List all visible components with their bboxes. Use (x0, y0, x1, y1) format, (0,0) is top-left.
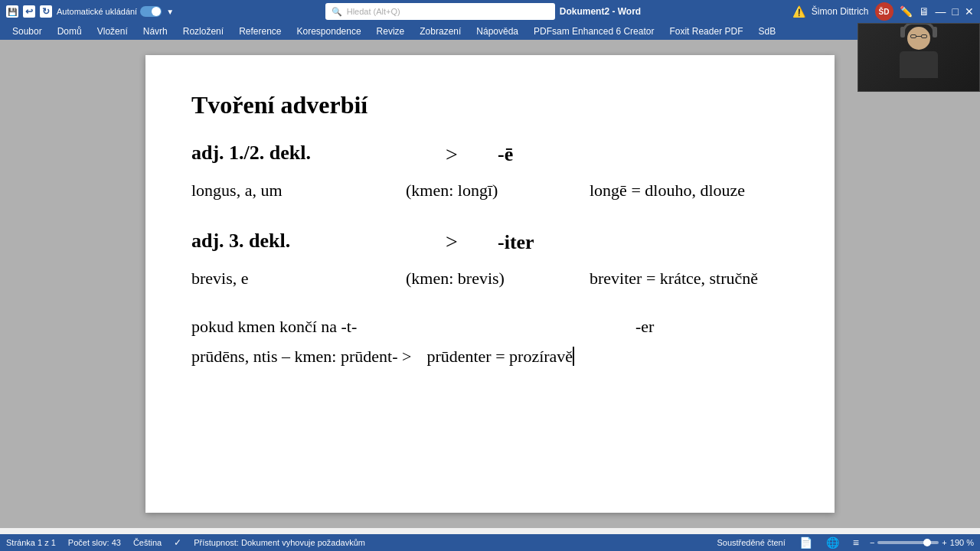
language: Čeština (133, 538, 162, 547)
doc-content: Tvoření adverbií adj. 1./2. dekl. > -ē l… (191, 86, 789, 370)
section1-result: longē = dlouho, dlouze (590, 177, 789, 204)
search-icon: 🔍 (332, 7, 342, 17)
titlebar-dropdown-icon[interactable]: ▼ (166, 8, 174, 16)
section1-heading: adj. 1./2. dekl. (191, 137, 406, 169)
redo-icon[interactable]: ↻ (40, 5, 52, 18)
print-layout-icon[interactable]: 📄 (796, 536, 815, 549)
note-line1: pokud kmen končí na -t- (191, 313, 635, 340)
menu-bar: Soubor Domů Vložení Návrh Rozložení Refe… (0, 23, 980, 40)
section1-suffix: -ē (498, 139, 727, 171)
menu-reference[interactable]: Reference (233, 24, 287, 38)
web-layout-icon[interactable]: 🌐 (823, 536, 842, 549)
monitor-icon[interactable]: 🖥 (919, 5, 929, 18)
section2-result: breviter = krátce, stručně (590, 265, 789, 292)
menu-navrh[interactable]: Návrh (137, 24, 174, 38)
reading-mode[interactable]: Soustředěné čtení (714, 538, 788, 547)
text-cursor (573, 347, 574, 366)
menu-domu[interactable]: Domů (51, 24, 88, 38)
page-info: Stránka 1 z 1 (6, 538, 56, 547)
menu-pdfsam[interactable]: PDFsam Enhanced 6 Creator (528, 24, 660, 38)
zoom-thumb (923, 539, 931, 546)
section2-stem: (kmen: brevis) (406, 265, 590, 292)
titlebar-left: 💾 ↩ ↻ Automatické ukládání ▼ (6, 5, 174, 18)
close-btn[interactable]: ✕ (965, 5, 974, 18)
titlebar-center: 🔍 Hledat (Alt+Q) Dokument2 - Word (174, 3, 792, 20)
document[interactable]: Tvoření adverbií adj. 1./2. dekl. > -ē l… (145, 55, 835, 513)
search-bar[interactable]: 🔍 Hledat (Alt+Q) (325, 3, 555, 20)
menu-korespondence[interactable]: Korespondence (291, 24, 368, 38)
maximize-btn[interactable]: □ (952, 5, 959, 18)
minimize-btn[interactable]: — (936, 5, 946, 18)
toggle-pill[interactable] (140, 6, 162, 17)
person-head (907, 27, 930, 50)
undo-icon[interactable]: ↩ (23, 5, 35, 18)
section-3: pokud kmen končí na -t- -er prūdēns, nti… (191, 313, 789, 370)
outline-icon[interactable]: ≡ (850, 536, 862, 549)
webcam-face (858, 24, 979, 91)
autosave-label: Automatické ukládání (57, 7, 137, 16)
autosave-toggle[interactable]: Automatické ukládání (57, 6, 162, 17)
title-bar: 💾 ↩ ↻ Automatické ukládání ▼ 🔍 Hledat (A… (0, 0, 980, 23)
doc-title: Dokument2 - Word (560, 6, 641, 17)
section2-arrow: > (406, 225, 498, 259)
section2-heading: adj. 3. dekl. (191, 225, 406, 257)
menu-foxit[interactable]: Foxit Reader PDF (663, 24, 749, 38)
user-name: Šimon Dittrich (812, 6, 869, 17)
section1-word: longus, a, um (191, 177, 406, 204)
section2-suffix: -iter (498, 227, 727, 259)
pen-icon[interactable]: ✏️ (900, 5, 913, 18)
menu-soubor[interactable]: Soubor (6, 24, 48, 38)
titlebar-right: ⚠️ Šimon Dittrich ŠD ✏️ 🖥 — □ ✕ (792, 2, 974, 21)
menu-vlozeni[interactable]: Vložení (91, 24, 134, 38)
person-body (900, 51, 938, 78)
zoom-slider[interactable] (877, 541, 939, 544)
word-count: Počet slov: 43 (68, 538, 121, 547)
person-silhouette (896, 27, 942, 88)
zoom-out-btn[interactable]: − (870, 538, 874, 547)
section2-word: brevis, e (191, 265, 406, 292)
section-2: adj. 3. dekl. > -iter brevis, e (kmen: b… (191, 225, 789, 292)
section1-arrow: > (406, 138, 498, 172)
doc-title-text: Tvoření adverbií (191, 86, 789, 125)
toggle-circle (152, 7, 161, 16)
save-icon[interactable]: 💾 (6, 5, 18, 18)
section1-stem: (kmen: longī) (406, 177, 590, 204)
menu-revize[interactable]: Revize (371, 24, 411, 38)
accessibility-icon: ✓ (174, 537, 181, 548)
menu-zobrazeni[interactable]: Zobrazení (413, 24, 467, 38)
menu-napoveda[interactable]: Nápověda (470, 24, 524, 38)
search-placeholder: Hledat (Alt+Q) (347, 7, 400, 16)
zoom-bar: − + 190 % (870, 538, 974, 547)
statusbar-right: Soustředěné čtení 📄 🌐 ≡ − + 190 % (714, 536, 974, 549)
accessibility-text: Přístupnost: Dokument vyhovuje požadavků… (194, 538, 365, 547)
zoom-level: 190 % (950, 538, 974, 547)
user-avatar: ŠD (875, 2, 893, 21)
note-suffix: -er (635, 313, 789, 340)
doc-area: Tvoření adverbií adj. 1./2. dekl. > -ē l… (0, 40, 980, 528)
warning-icon: ⚠️ (792, 5, 805, 18)
webcam-overlay (858, 23, 980, 92)
note-result: prūdenter = prozíravě (426, 343, 574, 370)
note-line2: prūdēns, ntis – kmen: prūdent- > (191, 343, 411, 370)
menu-sdb[interactable]: SdB (752, 24, 782, 38)
status-bar: Stránka 1 z 1 Počet slov: 43 Čeština ✓ P… (0, 534, 980, 551)
menu-rozlozeni[interactable]: Rozložení (177, 24, 230, 38)
section-1: adj. 1./2. dekl. > -ē longus, a, um (kme… (191, 137, 789, 204)
zoom-in-btn[interactable]: + (942, 538, 946, 547)
